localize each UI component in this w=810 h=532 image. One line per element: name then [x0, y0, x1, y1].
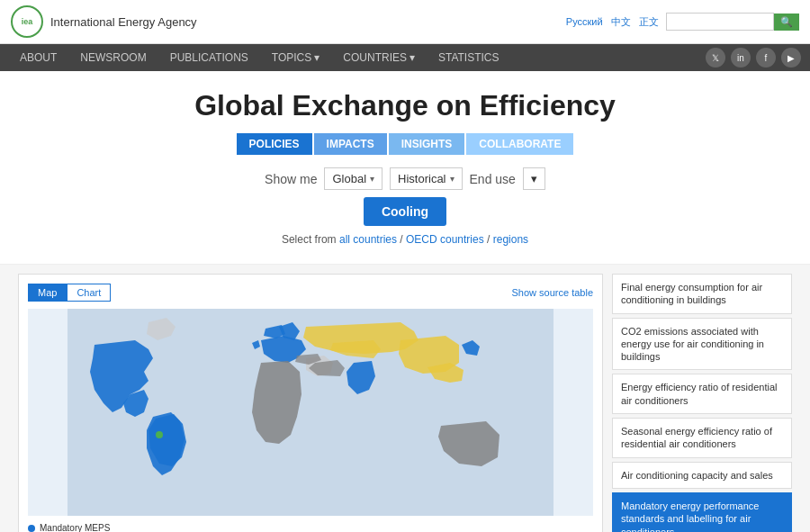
nav-countries[interactable]: COUNTRIES ▾ — [332, 44, 426, 71]
nav-about[interactable]: ABOUT — [9, 44, 68, 71]
tab-impacts[interactable]: IMPACTS — [314, 133, 387, 155]
historical-arrow-icon: ▾ — [450, 174, 454, 184]
historical-dropdown[interactable]: Historical ▾ — [390, 167, 462, 190]
all-countries-link[interactable]: all countries — [339, 233, 397, 246]
map-legend: Mandatory MEPS Mandatory target Mandator… — [28, 523, 593, 532]
right-item-3[interactable]: Seasonal energy efficiency ratio of resi… — [612, 418, 792, 458]
right-item-0[interactable]: Final energy consumption for air conditi… — [612, 274, 792, 314]
tab-collaborate[interactable]: COLLABORATE — [466, 133, 573, 155]
map-svg — [28, 309, 593, 516]
top-bar: iea International Energy Agency Русский … — [0, 0, 810, 44]
nav-publications[interactable]: PUBLICATIONS — [159, 44, 259, 71]
iea-logo: iea — [11, 5, 43, 38]
oecd-countries-link[interactable]: OECD countries — [406, 233, 484, 246]
facebook-icon[interactable]: f — [756, 48, 776, 68]
map-toggle: Map Chart — [28, 284, 111, 302]
map-panel: Map Chart Show source table — [18, 274, 603, 532]
search-box: 🔍 — [666, 13, 799, 31]
tabs-row: POLICIES IMPACTS INSIGHTS COLLABORATE — [0, 133, 810, 155]
end-use-dropdown[interactable]: ▾ — [523, 167, 545, 190]
show-me-label: Show me — [265, 172, 317, 186]
map-view-button[interactable]: Map — [28, 284, 67, 302]
lang-chinese[interactable]: 中文 — [611, 16, 631, 27]
logo-area: iea International Energy Agency — [11, 5, 197, 38]
right-item-4[interactable]: Air conditioning capacity and sales — [612, 462, 792, 489]
twitter-icon[interactable]: 𝕏 — [706, 48, 725, 68]
regions-link[interactable]: regions — [493, 233, 528, 246]
right-item-2[interactable]: Energy efficiency ratio of residential a… — [612, 374, 792, 414]
world-map — [28, 309, 593, 516]
global-dropdown[interactable]: Global ▾ — [324, 167, 382, 190]
page-title: Global Exchange on Efficiency — [0, 89, 810, 122]
map-controls: Map Chart Show source table — [28, 284, 593, 302]
mandatory-meps-dot — [28, 525, 35, 532]
org-name: International Energy Agency — [50, 15, 197, 29]
nav-bar: ABOUT NEWSROOM PUBLICATIONS TOPICS ▾ COU… — [0, 44, 810, 71]
chart-view-button[interactable]: Chart — [67, 284, 111, 302]
topics-arrow-icon: ▾ — [314, 51, 320, 64]
region-select: Select from all countries / OECD countri… — [0, 233, 810, 246]
legend-mandatory-meps: Mandatory MEPS — [28, 523, 593, 532]
youtube-icon[interactable]: ▶ — [781, 48, 801, 68]
countries-arrow-icon: ▾ — [410, 51, 415, 64]
cooling-button[interactable]: Cooling — [364, 197, 446, 226]
hero-section: Global Exchange on Efficiency POLICIES I… — [0, 71, 810, 265]
linkedin-icon[interactable]: in — [731, 48, 751, 68]
show-source-link[interactable]: Show source table — [512, 287, 594, 298]
tab-policies[interactable]: POLICIES — [237, 133, 312, 155]
tab-insights[interactable]: INSIGHTS — [389, 133, 465, 155]
lang-zh2[interactable]: 正文 — [639, 16, 659, 27]
search-input[interactable] — [666, 13, 774, 31]
end-use-label: End use — [470, 172, 516, 186]
lang-links: Русский 中文 正文 — [566, 15, 659, 29]
nav-statistics[interactable]: STATISTICS — [428, 44, 510, 71]
svg-point-1 — [156, 431, 163, 438]
nav-newsroom[interactable]: NEWSROOM — [69, 44, 157, 71]
global-arrow-icon: ▾ — [370, 174, 374, 184]
controls-row: Show me Global ▾ Historical ▾ End use ▾ — [0, 167, 810, 190]
right-panel: Final energy consumption for air conditi… — [612, 274, 792, 532]
right-item-5[interactable]: Mandatory energy performance standards a… — [612, 492, 792, 532]
nav-topics[interactable]: TOPICS ▾ — [261, 44, 330, 71]
right-item-1[interactable]: CO2 emissions associated with energy use… — [612, 318, 792, 371]
social-icons: 𝕏 in f ▶ — [706, 48, 801, 68]
lang-russian[interactable]: Русский — [566, 16, 603, 27]
search-button[interactable]: 🔍 — [774, 14, 799, 31]
main-content: Map Chart Show source table — [0, 265, 810, 532]
top-right: Русский 中文 正文 🔍 — [566, 13, 799, 31]
